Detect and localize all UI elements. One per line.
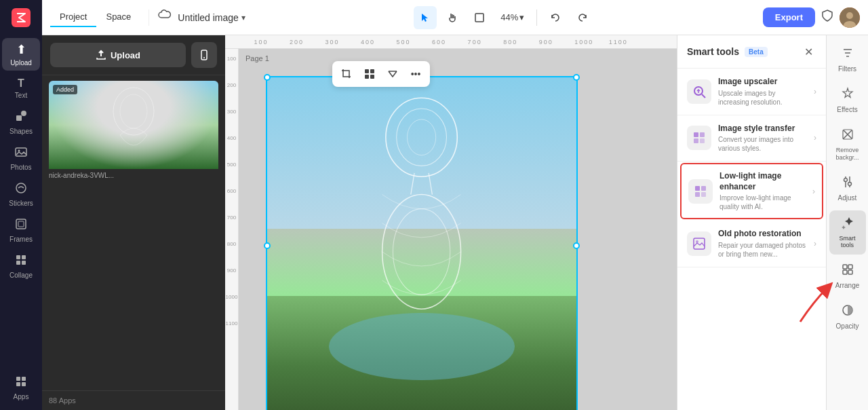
right-item-effects[interactable]: Effects — [829, 81, 866, 119]
svg-rect-59 — [848, 265, 852, 269]
collage-icon — [15, 254, 27, 269]
svg-point-24 — [397, 109, 447, 166]
added-badge: Added — [53, 85, 77, 94]
svg-point-17 — [846, 12, 853, 19]
svg-point-52 — [844, 178, 847, 181]
sidebar-item-collage[interactable]: Collage — [2, 250, 40, 283]
svg-rect-2 — [16, 148, 26, 156]
tool-panel-header: Upload — [42, 35, 225, 75]
selection-handle-tl[interactable] — [264, 74, 271, 81]
beta-badge: Beta — [745, 47, 768, 57]
upload-button[interactable]: Upload — [50, 43, 186, 67]
photo-thumbnail: Added — [49, 81, 218, 169]
close-smart-panel-button[interactable]: ✕ — [800, 43, 816, 60]
selection-handle-tr[interactable] — [573, 74, 580, 81]
zoom-chevron-icon: ▾ — [519, 12, 524, 22]
document-title: Untitled image — [178, 12, 239, 23]
adjust-icon — [841, 175, 854, 192]
low-light-desc: Improve low-light image quality with AI. — [719, 193, 806, 211]
zoom-value: 44% — [500, 12, 518, 22]
flip-tool-button[interactable] — [382, 64, 403, 84]
crop-tool-button[interactable] — [336, 64, 357, 84]
tab-project[interactable]: Project — [50, 7, 96, 27]
sidebar-item-frames[interactable]: Frames — [2, 214, 40, 247]
canvas-content: ◀ Page 1 — [239, 49, 677, 410]
user-avatar[interactable] — [840, 7, 860, 28]
photo-item[interactable]: Added nick-andreka-3VWL... — [49, 81, 218, 182]
right-item-remove-bg[interactable]: Removebackgr... — [829, 122, 866, 167]
app-sidebar: ⬆ Upload T Text Shapes Photos Stickers F… — [0, 0, 42, 410]
svg-rect-12 — [22, 377, 26, 381]
sidebar-item-label: Shapes — [9, 128, 33, 135]
select-tool-button[interactable] — [414, 6, 437, 29]
svg-point-47 — [696, 240, 698, 243]
smart-tool-item-photo-restoration[interactable]: Old photo restoration Repair your damage… — [677, 221, 826, 267]
floating-toolbar: ••• — [332, 61, 430, 87]
svg-line-26 — [411, 173, 414, 195]
mobile-upload-button[interactable] — [191, 42, 217, 68]
svg-rect-11 — [16, 377, 20, 381]
svg-rect-30 — [365, 69, 369, 73]
svg-point-29 — [393, 208, 450, 294]
title-dropdown-icon: ▾ — [241, 13, 245, 22]
svg-point-4 — [16, 183, 26, 193]
undo-button[interactable] — [544, 6, 567, 29]
page-label: Page 1 — [245, 54, 269, 62]
sidebar-item-label: Stickers — [9, 200, 33, 207]
svg-rect-31 — [370, 69, 374, 73]
arrange-icon — [841, 263, 854, 280]
text-icon: T — [18, 77, 24, 90]
sidebar-item-stickers[interactable]: Stickers — [2, 178, 40, 211]
smart-tool-item-low-light[interactable]: Low-light image enhancer Improve low-lig… — [680, 163, 823, 219]
export-button[interactable]: Export — [763, 7, 815, 27]
right-item-adjust[interactable]: Adjust — [829, 170, 866, 208]
ruler-left: 100 200 300 400 500 600 700 800 900 1000… — [225, 49, 239, 410]
cloud-save-icon[interactable] — [157, 8, 172, 26]
frame-tool-button[interactable] — [468, 6, 491, 29]
right-item-arrange[interactable]: Arrange — [829, 257, 866, 295]
upload-icon: ⬆ — [16, 42, 26, 57]
tool-panel: Upload Added — [42, 35, 225, 410]
right-item-smart-tools[interactable]: Smarttools — [829, 210, 866, 255]
sidebar-item-shapes[interactable]: Shapes — [2, 106, 40, 139]
svg-rect-13 — [16, 382, 20, 386]
smart-tools-icon — [841, 216, 854, 233]
upscaler-chevron-icon: › — [814, 87, 816, 96]
tab-space[interactable]: Space — [96, 7, 140, 27]
canvas-image-container[interactable] — [266, 76, 578, 410]
smart-tool-item-upscaler[interactable]: Image upscaler Upscale images by increas… — [677, 69, 826, 115]
topbar-right: Export — [763, 7, 860, 28]
right-item-opacity[interactable]: Opacity — [829, 298, 866, 336]
svg-rect-41 — [700, 138, 705, 143]
right-panel: Filters Effects Removebackgr... Adjust — [826, 35, 868, 410]
sidebar-item-apps[interactable]: Apps — [2, 371, 40, 405]
svg-rect-7 — [16, 255, 20, 259]
canvas-area[interactable]: 100 200 300 400 500 600 700 800 900 1000… — [225, 35, 677, 410]
sidebar-item-photos[interactable]: Photos — [2, 142, 40, 175]
shield-icon[interactable] — [821, 9, 834, 26]
photo-grid: Added nick-andreka-3VWL... — [42, 75, 225, 390]
selection-handle-ml[interactable] — [264, 242, 271, 249]
svg-point-20 — [203, 57, 205, 58]
logo-button[interactable] — [9, 5, 33, 30]
selection-handle-mr[interactable] — [573, 242, 580, 249]
right-item-label: Smarttools — [839, 235, 855, 250]
sidebar-item-text[interactable]: T Text — [2, 73, 40, 103]
hand-tool-button[interactable] — [441, 6, 464, 29]
title-area[interactable]: Untitled image ▾ — [178, 12, 245, 23]
low-light-icon-box — [688, 179, 713, 204]
grid-tool-button[interactable] — [359, 64, 380, 84]
smart-tools-list: Image upscaler Upscale images by increas… — [677, 69, 826, 267]
filters-icon — [841, 46, 854, 63]
sidebar-item-upload[interactable]: ⬆ Upload — [2, 38, 40, 71]
svg-rect-43 — [701, 186, 706, 191]
svg-point-53 — [848, 182, 851, 185]
more-options-button[interactable]: ••• — [406, 64, 426, 84]
right-item-filters[interactable]: Filters — [829, 41, 866, 79]
redo-button[interactable] — [571, 6, 594, 29]
photo-restoration-info: Old photo restoration Repair your damage… — [718, 229, 807, 259]
zoom-selector[interactable]: 44% ▾ — [495, 10, 530, 25]
smart-tool-item-style-transfer[interactable]: Image style transfer Convert your images… — [677, 115, 826, 162]
remove-bg-icon — [841, 128, 854, 145]
style-transfer-desc: Convert your images into various styles. — [718, 135, 807, 153]
